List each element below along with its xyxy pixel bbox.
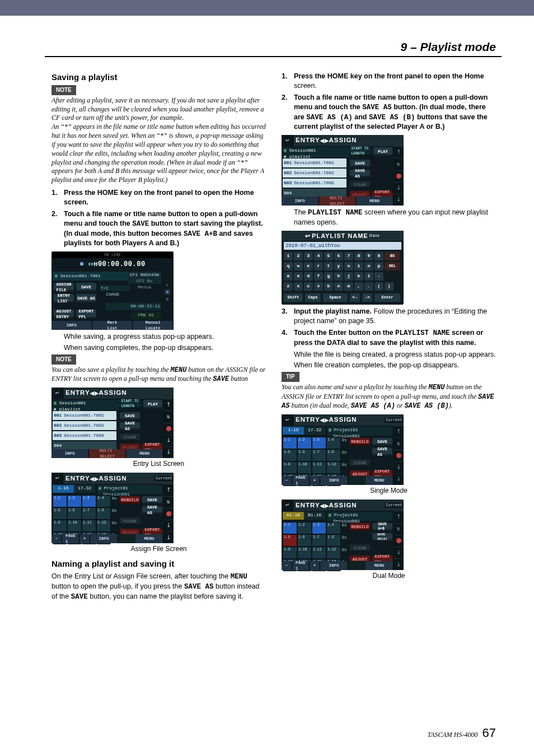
figure-caption: Dual Mode — [282, 571, 496, 580]
step-body: Touch a file name or title name button t… — [64, 209, 266, 249]
home-assign-file-button[interactable]: ASSIGNFILE — [54, 283, 74, 292]
home-info-button[interactable]: INFO — [51, 321, 92, 330]
heading-saving-playlist: Saving a playlist — [51, 72, 266, 83]
note-body: After editing a playlist, save it as nec… — [51, 96, 266, 185]
page-footer: TASCAM HS-400067 — [427, 726, 496, 740]
figure-dual-mode: ↩ENTRY◀▶ASSIGNCurrent ⤒⇅⤓⤓ A1-16 B1-16 ▣… — [282, 500, 496, 580]
figure-entry-list: ↩ENTRY◀▶ASSIGN ⤒ ⇅ ⤓ ⤓ ▣ Session001 ■ pl… — [51, 388, 266, 468]
entry-save-as-button[interactable]: SAVEAS — [120, 422, 140, 430]
home-entry-list-button[interactable]: ENTRYLIST — [54, 294, 74, 303]
entry-info-button[interactable]: INFO — [51, 449, 89, 458]
step-body: Touch the Enter button on the PLAYLIST N… — [294, 328, 496, 348]
home-adjust-entry-button[interactable]: ADJUSTENTRY — [54, 310, 74, 319]
r-entry-play-button[interactable]: PLAY — [373, 147, 392, 156]
step-body: Press the HOME key on the front panel to… — [64, 188, 266, 207]
assign-save-as-button[interactable]: SAVEAS — [142, 506, 162, 514]
step-number: 2. — [282, 93, 294, 132]
chapter-title: 9 – Playlist mode — [401, 40, 496, 54]
assign-clear-button[interactable]: CLEAR — [120, 517, 140, 525]
assign-menu-button[interactable]: MENU — [135, 534, 163, 543]
tip-tag: TIP — [282, 372, 299, 382]
step-number: 1. — [51, 188, 64, 207]
entry-clear-button[interactable]: CLEAR — [120, 433, 140, 441]
home-manual-locate-button[interactable]: ManualLocate — [133, 321, 174, 330]
figure-caption: Entry List Screen — [51, 459, 266, 468]
tip-body: You can also name and save a playlist by… — [282, 383, 496, 411]
figure-playlist-name: ↩PLAYLIST NAMEDate 2010-07-01_withYou 1 … — [282, 231, 496, 305]
playlist-name-input[interactable]: 2010-07-01_withYou — [284, 242, 401, 250]
paragraph: When saving completes, the pop-up disapp… — [64, 343, 266, 353]
step-body: Input the playlist name. Follow the proc… — [294, 307, 496, 326]
note-tag: NOTE — [51, 85, 76, 95]
figure-home-screen: ON LINE ■ 00ʜ00:00.00.00 ▣ Session001-T0… — [51, 251, 266, 330]
figure-entry-assign-right: ↩ENTRY◀▶ASSIGN ⤒⇅⤓⤓ ▣ Session001■ playli… — [282, 135, 496, 206]
step-body: Touch a file name or title name button t… — [294, 93, 496, 132]
home-save-button[interactable]: SAVE — [76, 283, 96, 292]
step-number: 1. — [282, 72, 294, 91]
entry-play-button[interactable]: PLAY — [143, 400, 162, 409]
assign-rebuild-button[interactable]: REBUILD — [120, 496, 140, 504]
home-mark-list-button[interactable]: MarkList — [92, 321, 133, 330]
paragraph: When file creation completes, the pop-up… — [294, 361, 496, 370]
figure-caption: Assign File Screen — [51, 544, 266, 553]
header-bar — [0, 0, 534, 16]
chapter-rule — [45, 56, 502, 57]
content-columns: Saving a playlist NOTE After editing a p… — [51, 72, 496, 720]
assign-info-button[interactable]: INFO — [90, 534, 118, 543]
step-number: 3. — [282, 307, 294, 326]
paragraph: On the Entry List or Assign File screen,… — [51, 572, 266, 602]
step-number: 2. — [51, 209, 64, 249]
figure-single-mode: ↩ENTRY◀▶ASSIGNCurrent ⤒⇅⤓⤓ 1-16 17-32 ▣ … — [282, 414, 496, 495]
assign-save-button[interactable]: SAVE — [142, 496, 162, 504]
step-number: 4. — [282, 328, 294, 348]
entry-save-button[interactable]: SAVE — [120, 412, 140, 420]
figure-assign-file: ↩ENTRY◀▶ASSIGNCurrent ⤒ ⇅ ⤓ ⤓ 1-16 17-32… — [51, 473, 266, 553]
paragraph: While the file is being created, a progr… — [294, 350, 496, 360]
step-body: Press the HOME key on the front panel to… — [294, 72, 496, 91]
paragraph: The PLAYLIST NAME screen where you can i… — [294, 208, 496, 227]
note-body: You can also save a playlist by touching… — [51, 366, 266, 385]
paragraph: While saving, a progress status pop-up a… — [64, 332, 266, 342]
note-tag: NOTE — [51, 354, 76, 365]
heading-naming-playlist: Naming a playlist and saving it — [51, 558, 266, 570]
kbd-enter-button[interactable]: Enter — [374, 293, 400, 302]
figure-caption: Single Mode — [282, 486, 496, 495]
entry-multiselect-button[interactable]: MULTISELECT — [89, 449, 127, 458]
entry-menu-button[interactable]: MENU — [126, 449, 163, 458]
home-save-as-button[interactable]: SAVE AS — [76, 294, 96, 303]
home-export-ppl-button[interactable]: EXPORTPPL — [76, 310, 96, 319]
